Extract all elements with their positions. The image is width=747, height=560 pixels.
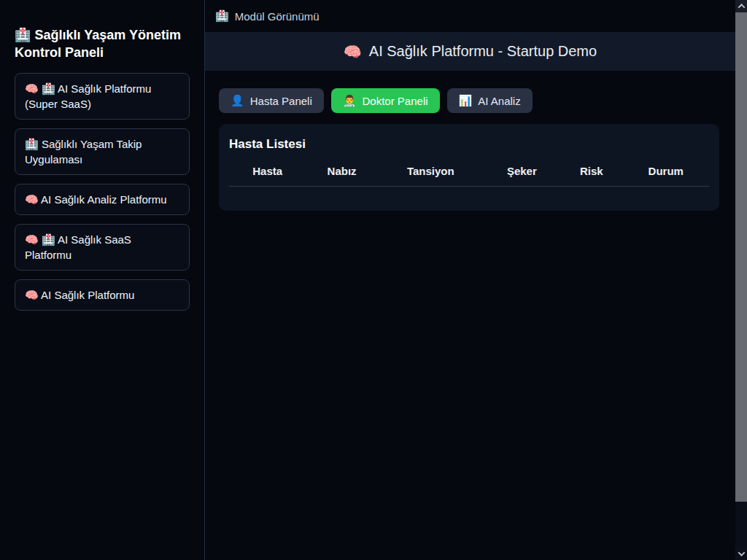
tab-label: AI Analiz: [478, 95, 520, 107]
sidebar-item-ai-saglik-analiz-platformu[interactable]: 🧠 AI Sağlık Analiz Platformu: [15, 184, 190, 215]
patient-icon: 👤: [231, 94, 244, 107]
module-list: 🧠 🏥 AI Sağlık Platformu (Super SaaS) 🏥 S…: [15, 73, 190, 311]
patient-table: Hasta Nabız Tansiyon Şeker Risk Durum: [229, 165, 709, 187]
module-view-label: Modül Görünümü: [235, 10, 320, 23]
tab-hasta-paneli[interactable]: 👤 Hasta Paneli: [219, 88, 324, 113]
chevron-down-icon: [738, 549, 745, 556]
brain-hospital-icon: 🧠 🏥: [25, 82, 55, 95]
sidebar-item-label: Sağlıklı Yaşam Takip Uygulaması: [25, 138, 142, 166]
tab-bar: 👤 Hasta Paneli 👨‍⚕️ Doktor Paneli 📊 AI A…: [219, 88, 719, 113]
hospital-icon: 🏥: [15, 28, 31, 42]
brain-hospital-icon: 🧠 🏥: [25, 233, 55, 246]
chevron-up-icon: [738, 4, 745, 11]
doctor-icon: 👨‍⚕️: [343, 94, 357, 107]
sidebar-item-ai-saglik-platformu[interactable]: 🧠 AI Sağlık Platformu: [15, 279, 190, 311]
module-view-bar: 🏥 Modül Görünümü: [205, 0, 735, 32]
app-root: 🏥 Sağlıklı Yaşam Yönetim Kontrol Paneli …: [0, 0, 747, 560]
sidebar-item-ai-saglik-saas-platformu[interactable]: 🧠 🏥 AI Sağlık SaaS Platformu: [15, 224, 190, 271]
patient-list-title: Hasta Listesi: [229, 137, 709, 152]
sidebar-item-label: AI Sağlık Platformu: [41, 289, 134, 301]
column-header-nabiz: Nabız: [306, 165, 378, 187]
sidebar-item-label: AI Sağlık Analiz Platformu: [41, 193, 167, 206]
column-header-seker: Şeker: [484, 165, 560, 187]
page-title: AI Sağlık Platformu - Startup Demo: [369, 43, 597, 60]
hospital-icon: 🏥: [25, 138, 39, 150]
sidebar-title: 🏥 Sağlıklı Yaşam Yönetim Kontrol Paneli: [15, 26, 190, 61]
bar-chart-icon: 📊: [459, 94, 473, 107]
column-header-tansiyon: Tansiyon: [378, 165, 484, 187]
scroll-down-button[interactable]: [735, 548, 747, 560]
column-header-risk: Risk: [560, 165, 623, 187]
column-header-hasta: Hasta: [229, 165, 306, 187]
brain-icon: 🧠: [344, 43, 362, 61]
scroll-up-button[interactable]: [735, 0, 747, 12]
patient-list-card: Hasta Listesi Hasta Nabız Tansiyon Şeker…: [219, 124, 719, 211]
content: 👤 Hasta Paneli 👨‍⚕️ Doktor Paneli 📊 AI A…: [205, 71, 735, 211]
sidebar-item-saglikli-yasam-takip-uygulamasi[interactable]: 🏥 Sağlıklı Yaşam Takip Uygulaması: [15, 128, 190, 175]
tab-label: Doktor Paneli: [363, 95, 428, 107]
tab-ai-analiz[interactable]: 📊 AI Analiz: [447, 88, 533, 113]
patient-table-header-row: Hasta Nabız Tansiyon Şeker Risk Durum: [229, 165, 709, 187]
brain-icon: 🧠: [25, 289, 39, 301]
sidebar: 🏥 Sağlıklı Yaşam Yönetim Kontrol Paneli …: [0, 0, 205, 560]
tab-doktor-paneli[interactable]: 👨‍⚕️ Doktor Paneli: [331, 88, 440, 113]
vertical-scrollbar[interactable]: [735, 0, 747, 560]
column-header-durum: Durum: [623, 165, 710, 187]
hospital-icon: 🏥: [215, 9, 229, 23]
tab-label: Hasta Paneli: [250, 95, 312, 107]
brain-icon: 🧠: [25, 193, 39, 206]
main-area: 🏥 Modül Görünümü 🧠 AI Sağlık Platformu -…: [205, 0, 735, 560]
sidebar-item-ai-saglik-platformu-super-saas[interactable]: 🧠 🏥 AI Sağlık Platformu (Super SaaS): [15, 73, 190, 120]
page-header: 🧠 AI Sağlık Platformu - Startup Demo: [205, 32, 735, 71]
sidebar-title-text: Sağlıklı Yaşam Yönetim Kontrol Paneli: [15, 28, 181, 60]
scrollbar-thumb[interactable]: [735, 12, 747, 502]
